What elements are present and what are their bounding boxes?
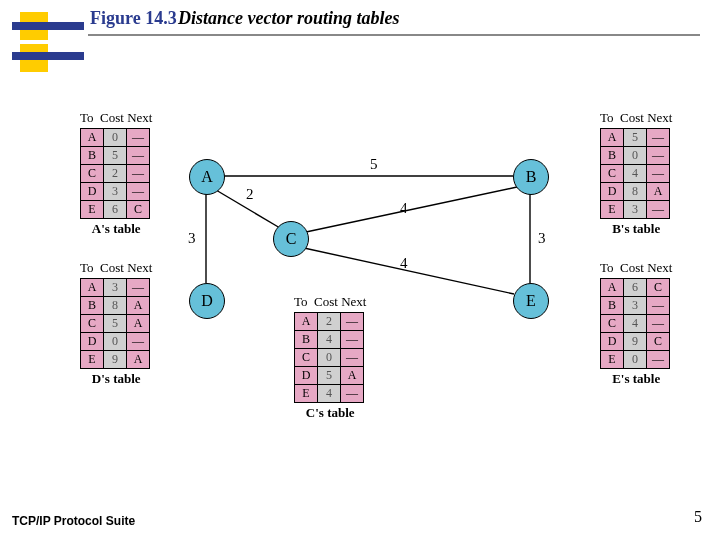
- routing-table-a: To Cost Next A0— B5— C2— D3— E6C A's tab…: [80, 110, 152, 237]
- cell: D: [81, 333, 104, 351]
- cell: —: [127, 129, 150, 147]
- cell: 4: [624, 315, 647, 333]
- col-next: Next: [127, 110, 152, 125]
- cell: A: [341, 367, 364, 385]
- routing-table-c: To Cost Next A2— B4— C0— D5A E4— C's tab…: [294, 294, 366, 421]
- cell: E: [601, 201, 624, 219]
- cell: A: [647, 183, 670, 201]
- cell: 3: [104, 279, 127, 297]
- cell: 9: [624, 333, 647, 351]
- col-next: Next: [647, 260, 672, 275]
- cell: 6: [624, 279, 647, 297]
- cell: 6: [104, 201, 127, 219]
- cell: 0: [104, 129, 127, 147]
- cell: 2: [318, 313, 341, 331]
- cell: 8: [104, 297, 127, 315]
- cell: B: [601, 147, 624, 165]
- cell: E: [295, 385, 318, 403]
- cell: 9: [104, 351, 127, 369]
- table-caption: A's table: [80, 221, 152, 237]
- weight-bc: 4: [400, 200, 408, 217]
- cell: 5: [318, 367, 341, 385]
- cell: —: [341, 313, 364, 331]
- cell: E: [81, 201, 104, 219]
- routing-table-d: To Cost Next A3— B8A C5A D0— E9A D's tab…: [80, 260, 152, 387]
- cell: 0: [624, 147, 647, 165]
- cell: 3: [624, 297, 647, 315]
- cell: 3: [104, 183, 127, 201]
- cell: —: [341, 385, 364, 403]
- cell: 4: [318, 385, 341, 403]
- col-cost: Cost: [100, 260, 124, 275]
- cell: C: [647, 279, 670, 297]
- cell: D: [601, 333, 624, 351]
- cell: A: [601, 279, 624, 297]
- col-next: Next: [341, 294, 366, 309]
- col-to: To: [294, 294, 308, 309]
- routing-table-b: To Cost Next A5— B0— C4— D8A E3— B's tab…: [600, 110, 672, 237]
- col-cost: Cost: [100, 110, 124, 125]
- header-ornament: [12, 52, 84, 60]
- table-caption: B's table: [600, 221, 672, 237]
- node-d: D: [189, 283, 225, 319]
- table-caption: D's table: [80, 371, 152, 387]
- col-to: To: [80, 260, 94, 275]
- cell: B: [601, 297, 624, 315]
- cell: —: [647, 129, 670, 147]
- col-next: Next: [647, 110, 672, 125]
- col-cost: Cost: [314, 294, 338, 309]
- table-caption: E's table: [600, 371, 672, 387]
- col-cost: Cost: [620, 260, 644, 275]
- cell: 0: [624, 351, 647, 369]
- cell: E: [81, 351, 104, 369]
- cell: E: [601, 351, 624, 369]
- col-cost: Cost: [620, 110, 644, 125]
- cell: 4: [624, 165, 647, 183]
- cell: A: [81, 129, 104, 147]
- cell: —: [647, 315, 670, 333]
- weight-ab: 5: [370, 156, 378, 173]
- cell: B: [81, 297, 104, 315]
- cell: 3: [624, 201, 647, 219]
- col-to: To: [600, 110, 614, 125]
- cell: —: [127, 165, 150, 183]
- node-a: A: [189, 159, 225, 195]
- cell: C: [81, 165, 104, 183]
- cell: —: [647, 351, 670, 369]
- cell: —: [127, 183, 150, 201]
- footer-left: TCP/IP Protocol Suite: [12, 514, 135, 528]
- routing-table-e: To Cost Next A6C B3— C4— D9C E0— E's tab…: [600, 260, 672, 387]
- cell: —: [127, 333, 150, 351]
- slide: Figure 14.3 Distance vector routing tabl…: [0, 0, 720, 540]
- cell: —: [127, 147, 150, 165]
- page-number: 5: [694, 508, 702, 526]
- cell: —: [647, 147, 670, 165]
- cell: 5: [104, 147, 127, 165]
- col-to: To: [80, 110, 94, 125]
- cell: —: [647, 297, 670, 315]
- cell: C: [81, 315, 104, 333]
- node-e: E: [513, 283, 549, 319]
- cell: D: [81, 183, 104, 201]
- cell: A: [81, 279, 104, 297]
- cell: —: [647, 165, 670, 183]
- cell: —: [341, 331, 364, 349]
- table-caption: C's table: [294, 405, 366, 421]
- header-ornament: [12, 22, 84, 30]
- node-c: C: [273, 221, 309, 257]
- weight-ac: 2: [246, 186, 254, 203]
- cell: A: [127, 351, 150, 369]
- cell: A: [295, 313, 318, 331]
- node-b: B: [513, 159, 549, 195]
- cell: C: [601, 315, 624, 333]
- col-to: To: [600, 260, 614, 275]
- header-rule: [88, 34, 700, 36]
- cell: 2: [104, 165, 127, 183]
- cell: C: [647, 333, 670, 351]
- cell: D: [601, 183, 624, 201]
- cell: B: [81, 147, 104, 165]
- cell: 8: [624, 183, 647, 201]
- cell: D: [295, 367, 318, 385]
- cell: A: [601, 129, 624, 147]
- cell: 0: [318, 349, 341, 367]
